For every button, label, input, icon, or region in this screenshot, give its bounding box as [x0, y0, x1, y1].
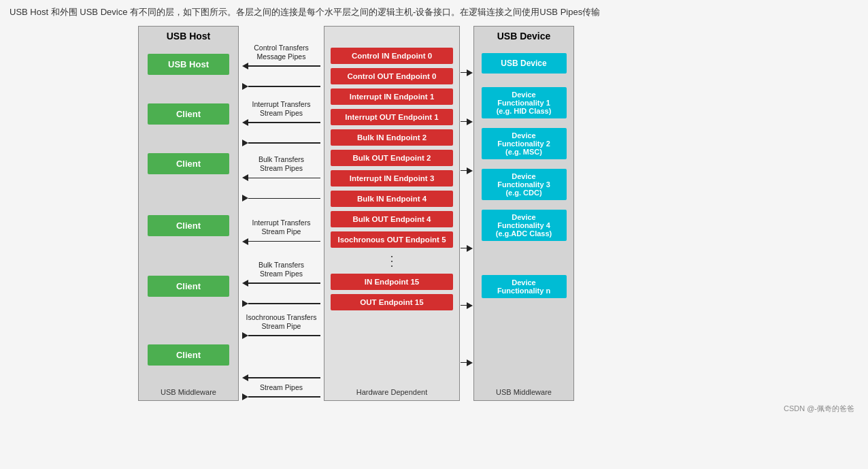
arrow-label-6: Isochronous TransfersStream Pipe [246, 313, 317, 331]
host-box-client4: Client [148, 276, 229, 297]
endpoint-int-in-3: Interrupt IN Endpoint 3 [331, 170, 453, 187]
endpoint-in-15: IN Endpoint 15 [331, 274, 453, 290]
right-arrow-3 [461, 167, 473, 174]
arrow-label-2: Interrupt TransfersStream Pipes [252, 100, 311, 118]
device-func-3: DeviceFunctionality 3(e.g. CDC) [482, 169, 567, 200]
right-arrow-4 [461, 245, 473, 252]
endpoints-footer: Hardware Dependent [356, 383, 428, 396]
arrow-row-2 [242, 119, 320, 126]
arrow-row-2b [242, 140, 320, 146]
arrow-row-5b [242, 300, 320, 307]
device-column: USB Device USB Device DeviceFunctionalit… [473, 26, 574, 402]
host-box-client5: Client [148, 344, 229, 366]
arrow-row-3b [242, 195, 320, 201]
endpoint-iso-out-5: Isochronous OUT Endpoint 5 [331, 231, 453, 248]
arrow-label-7: Stream Pipes [260, 383, 303, 392]
endpoint-out-15: OUT Endpoint 15 [331, 294, 453, 310]
endpoint-bulk-out-4: Bulk OUT Endpoint 4 [331, 211, 453, 227]
arrow-row-1b [242, 83, 320, 90]
host-title: USB Host [164, 27, 214, 46]
dots: ⋮ [385, 253, 399, 269]
host-column: USB Host USB Host Client Client Client C… [138, 26, 239, 402]
watermark: CSDN @-佩奇的爸爸 [0, 404, 868, 414]
arrows-col: Control TransfersMessage Pipes Interrupt… [239, 26, 324, 402]
endpoint-ctrl-out-0: Control OUT Endpoint 0 [331, 68, 453, 84]
endpoint-bulk-out-2: Bulk OUT Endpoint 2 [331, 150, 453, 166]
endpoint-bulk-in-2: Bulk IN Endpoint 2 [331, 129, 453, 146]
right-arrow-1 [461, 69, 473, 76]
arrow-row-7 [242, 374, 320, 381]
host-box-client2: Client [148, 153, 229, 174]
device-func-1: DeviceFunctionality 1(e.g. HID Class) [482, 87, 567, 118]
right-arrow-6 [461, 359, 473, 366]
device-func-n: DeviceFunctionality n [482, 275, 567, 298]
device-func-4: DeviceFunctionality 4(e.g.ADC Class) [482, 210, 567, 241]
arrow-row-5 [242, 280, 320, 287]
host-box-usbhost: USB Host [148, 54, 229, 75]
device-title: USB Device [495, 27, 554, 46]
endpoint-ctrl-in-0: Control IN Endpoint 0 [331, 48, 453, 64]
top-text: USB Host 和外围 USB Device 有不同的层，如下图所示。各层之间… [0, 0, 868, 25]
arrow-row-4 [242, 238, 320, 245]
arrow-row-1 [242, 63, 320, 69]
endpoints-column: x Control IN Endpoint 0 Control OUT Endp… [324, 26, 460, 402]
arrow-label-1: Control TransfersMessage Pipes [254, 44, 309, 61]
arrow-row-3 [242, 174, 320, 181]
arrow-label-4: Interrupt TransfersStream Pipe [252, 219, 311, 236]
right-arrow-2 [461, 118, 473, 125]
host-box-client3: Client [148, 215, 229, 236]
device-footer: USB Middleware [496, 383, 552, 396]
host-box-client1: Client [148, 103, 229, 125]
right-arrow-5 [461, 302, 473, 309]
host-footer: USB Middleware [161, 383, 216, 396]
right-conn-col [460, 26, 473, 402]
endpoint-bulk-in-4: Bulk IN Endpoint 4 [331, 191, 453, 207]
device-box-usbdevice: USB Device [482, 53, 567, 74]
endpoint-int-out-1: Interrupt OUT Endpoint 1 [331, 109, 453, 125]
device-func-2: DeviceFunctionality 2(e.g. MSC) [482, 128, 567, 159]
endpoint-int-in-1: Interrupt IN Endpoint 1 [331, 88, 453, 105]
arrow-row-6 [242, 332, 320, 339]
arrow-label-3: Bulk TransfersStream Pipes [258, 155, 304, 173]
arrow-row-7b [242, 393, 320, 400]
arrow-label-5: Bulk TransfersStream Pipes [258, 261, 304, 278]
